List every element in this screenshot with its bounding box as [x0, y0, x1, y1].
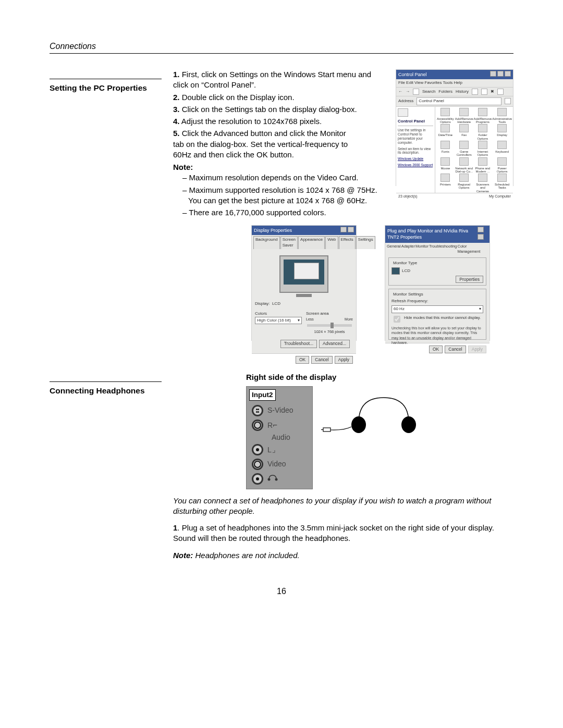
mp-tabs: GeneralAdapterMonitorTroubleshootingColo…: [385, 243, 489, 254]
pc-props-step: 5. Click the Advanced button and click t…: [173, 128, 350, 160]
video-label: Video: [267, 459, 286, 469]
dp-display-label: Display:: [255, 301, 270, 306]
dp-area-label: Screen area: [306, 311, 353, 317]
cp-left-title: Control Panel: [398, 119, 433, 124]
audio-l-label: L: [267, 446, 272, 454]
dp-cancel-button: Cancel: [311, 356, 332, 364]
mp-cancel-button: Cancel: [445, 346, 466, 353]
cp-applet-icon: Accessibility Options: [436, 108, 455, 124]
cp-status-left: 23 object(s): [398, 194, 418, 199]
cp-search-label: Search: [422, 89, 435, 95]
cp-applet-icon: Add/Remove Programs: [474, 108, 492, 124]
dp-advanced-button: Advanced...: [319, 340, 350, 348]
cp-history-label: History: [456, 89, 469, 95]
cp-applet-icon: Fonts: [436, 141, 455, 157]
window-buttons: [489, 71, 511, 78]
svg-point-2: [351, 416, 366, 433]
svg-point-1: [275, 478, 278, 480]
cp-toolbar: ←→ Search Folders History ✖: [396, 88, 513, 96]
page-header: Connections: [50, 42, 513, 51]
svideo-port-icon: [252, 405, 263, 416]
input-port-panel: Input2 S-Video R⌐ Audio L⌟ Video: [246, 386, 313, 489]
mp-settings-label: Monitor Settings: [391, 292, 425, 298]
cp-address-value: Control Panel: [417, 97, 501, 105]
cp-applet-icon: Add/Remove Hardware: [455, 108, 473, 124]
mp-properties-button: Properties: [456, 276, 483, 283]
cp-applet-icon: Internet Options: [474, 141, 492, 157]
headphones-illustration: [321, 386, 425, 443]
cp-applet-icon: Folder Options: [474, 124, 492, 140]
video-port-icon: [252, 459, 263, 470]
hp-note-text: Headphones are not included.: [193, 551, 299, 560]
cp-applet-icon: Game Controllers: [455, 141, 473, 157]
headphone-port-icon: [252, 473, 263, 485]
cp-left-desc: Use the settings in Control Panel to per…: [398, 128, 433, 144]
figure-display-properties: Display Properties BackgroundScreen Save…: [251, 225, 357, 341]
mp-tab: Color Management: [458, 244, 488, 254]
cp-applet-icon: Display: [492, 124, 512, 140]
cp-left-select: Select an item to view its description.: [398, 147, 433, 155]
figure-monitor-properties: Plug and Play Monitor and NVidia Riva TN…: [385, 225, 490, 341]
headphone-icon: [267, 473, 278, 484]
cp-link-win2000-support: Windows 2000 Support: [398, 163, 433, 167]
mp-hide-modes-label: Hide modes that this monitor cannot disp…: [404, 315, 481, 320]
audio-label: Audio: [272, 433, 290, 442]
port-caption: Input2: [249, 389, 276, 401]
dp-tabs: BackgroundScreen SaverAppearanceWebEffec…: [252, 235, 356, 249]
mp-ok-button: OK: [429, 346, 443, 353]
dp-tab: Background: [253, 236, 280, 249]
audio-r-label: R: [267, 421, 273, 429]
mp-type-value: LCD: [402, 268, 410, 273]
note-item: There are 16,770,000 supported colors.: [189, 208, 326, 217]
dp-title: Display Properties: [254, 227, 292, 233]
cp-applet-icon: Regional Options: [455, 174, 473, 193]
headphones-blurb: You can connect a set of headphones to y…: [173, 496, 513, 517]
cp-applet-icon: Phone and Modem ...: [474, 157, 492, 174]
svg-point-0: [268, 478, 271, 480]
dp-tab: Web: [325, 236, 338, 249]
cp-menubar: File Edit View Favorites Tools Help: [396, 79, 513, 88]
cp-folders-label: Folders: [438, 89, 452, 95]
mp-tab: Troubleshooting: [429, 244, 457, 254]
figure-control-panel: Control Panel File Edit View Favorites T…: [396, 69, 513, 186]
dp-less: Less: [306, 317, 314, 322]
cp-applet-icon: Scanners and Cameras: [474, 174, 492, 193]
dp-tab: Appearance: [298, 236, 325, 249]
dp-tab: Screen Saver: [280, 236, 298, 249]
dp-resolution-value: 1024 × 768 pixels: [306, 329, 353, 335]
cp-status-right: My Computer: [489, 194, 511, 199]
header-rule: [50, 53, 513, 54]
note-item: Maximum resolution depends on the Video …: [189, 173, 359, 182]
dp-display-value: LCD: [272, 301, 280, 306]
dp-troubleshoot-button: Troubleshoot...: [280, 340, 317, 348]
mp-tab: General: [387, 244, 401, 254]
mp-title: Plug and Play Monitor and NVidia Riva TN…: [387, 228, 476, 240]
audio-l-port-icon: [252, 444, 263, 455]
dp-more: More: [345, 317, 353, 322]
hp-note-label: Note:: [173, 551, 193, 560]
mp-tab: Monitor: [415, 244, 429, 254]
cp-icon-grid: Accessibility OptionsAdd/Remove Hardware…: [436, 108, 512, 193]
mp-tab: Adapter: [401, 244, 415, 254]
pc-props-step: 4. Adjust the resolution to 1024x768 pix…: [173, 116, 350, 127]
cp-applet-icon: Power Options: [492, 157, 512, 174]
hp-step-text: . Plug a set of headphones into the 3.5m…: [173, 523, 494, 542]
cp-applet-icon: Administrative Tools: [492, 108, 512, 124]
control-panel-title: Control Panel: [398, 71, 427, 78]
cp-link-windows-update: Windows Update: [398, 157, 433, 161]
section-pc-properties: Setting the PC Properties Control Panel …: [50, 69, 513, 341]
dp-colors-value: High Color (16 bit): [257, 318, 291, 324]
cp-applet-icon: Keyboard: [492, 141, 512, 157]
mp-apply-button: Apply: [468, 346, 486, 353]
cp-applet-icon: Scheduled Tasks: [492, 174, 512, 193]
cp-applet-icon: Network and Dial-up Co...: [455, 157, 473, 174]
svg-rect-4: [323, 428, 331, 431]
mp-type-label: Monitor Type: [391, 261, 419, 266]
heading-headphones: Connecting Headphones: [50, 381, 162, 396]
svideo-label: S-Video: [267, 405, 293, 415]
dp-tab: Effects: [339, 236, 356, 249]
mp-hide-modes-checkbox: [394, 316, 400, 323]
mp-refresh-value: 60 Hz: [394, 306, 405, 312]
dp-colors-label: Colors: [255, 311, 302, 317]
cp-applet-icon: Mouse: [436, 157, 455, 174]
